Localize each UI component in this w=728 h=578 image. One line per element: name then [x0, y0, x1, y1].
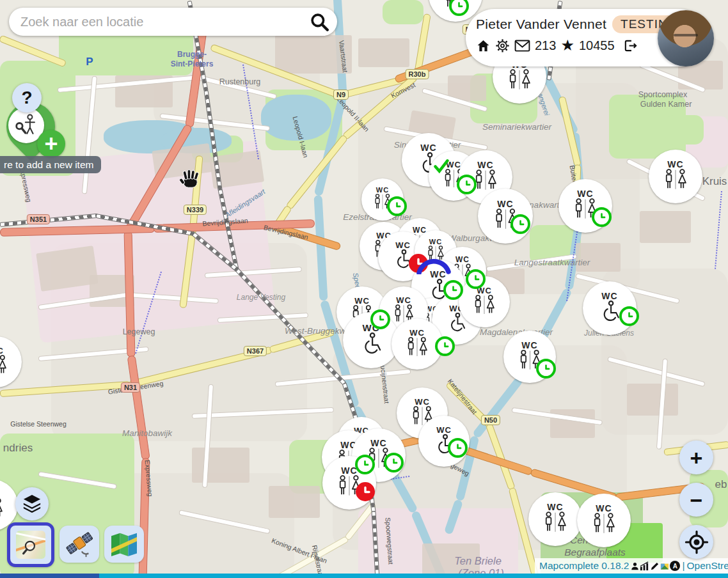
home-icon[interactable] [476, 38, 491, 53]
avatar-glasses [674, 34, 699, 36]
search-bar [9, 8, 337, 36]
layers-icon [22, 494, 42, 514]
wc-marker-label: WC [601, 292, 617, 301]
wc-marker-toilets[interactable]: WC [577, 494, 631, 547]
gear-icon[interactable] [495, 38, 510, 53]
map-shape [269, 486, 320, 518]
clock-badge-green[interactable] [435, 336, 455, 356]
wc-marker-label: WC [370, 439, 386, 448]
wc-marker-label: WC [477, 160, 493, 169]
bottom-accent-bar [0, 574, 728, 578]
add-item-tooltip: re to add a new item [0, 156, 101, 173]
male-female-icon [404, 337, 431, 360]
user-avatar[interactable] [658, 10, 714, 66]
hand-cursor-icon [180, 169, 201, 196]
osm-link[interactable]: OpenStreetMap [686, 560, 728, 572]
clock-badge-green[interactable] [370, 309, 390, 329]
background-option-osmcarto[interactable] [104, 526, 144, 563]
magnifier-icon [22, 539, 39, 556]
wc-marker-label: WC [376, 187, 389, 194]
changeset-count[interactable]: 10455 [579, 38, 615, 53]
map-shape [358, 38, 409, 67]
mapcomplete-app: PBrugge-Sint-PietersRustenburgSint-Gilli… [0, 0, 728, 578]
geolocate-button[interactable] [679, 525, 713, 559]
wc-marker-label: WC [0, 347, 4, 355]
map-shape [627, 384, 678, 416]
map-shape [261, 95, 331, 141]
wc-marker-label: WC [436, 426, 452, 434]
background-chooser [10, 526, 144, 567]
map-shape [422, 543, 480, 575]
clock-badge-green[interactable] [355, 455, 375, 474]
clock-badge-green[interactable] [387, 196, 407, 216]
map-shape [640, 211, 691, 243]
pencil-icon[interactable] [650, 561, 660, 571]
male-female-icon [0, 355, 10, 378]
zoom-in-button[interactable]: + [679, 441, 713, 474]
wc-marker-label: WC [395, 241, 411, 249]
toilet-wrench-icon [13, 113, 39, 138]
theme-flag-icon [660, 562, 669, 571]
user-name[interactable]: Pieter Vander Vennet [476, 17, 606, 32]
clock-badge-green[interactable] [510, 214, 530, 234]
wc-marker-label: WC [521, 341, 537, 350]
logout-icon[interactable] [623, 38, 638, 53]
clock-badge-green[interactable] [536, 359, 556, 379]
clock-badge-green[interactable] [443, 280, 463, 300]
map-canvas[interactable]: PBrugge-Sint-PietersRustenburgSint-Gilli… [0, 0, 728, 578]
wc-marker-toilets[interactable]: WC [0, 336, 22, 387]
map-shape [275, 35, 352, 74]
wc-marker-toilets[interactable]: WC [528, 492, 582, 546]
wheelchair-icon [359, 332, 384, 357]
clock-badge-red[interactable] [356, 482, 375, 501]
app-version[interactable]: Mapcomplete 0.18.2 [539, 560, 629, 572]
male-female-icon [505, 69, 534, 93]
circle-a-icon[interactable]: A [670, 561, 680, 571]
background-option-satellite[interactable] [59, 526, 99, 563]
wc-marker-label: WC [429, 238, 442, 246]
wc-marker-label: WC [455, 256, 470, 263]
check-badge-green [432, 157, 450, 177]
zoom-out-button[interactable]: − [679, 483, 713, 517]
search-input[interactable] [9, 15, 309, 29]
wc-marker-label: WC [596, 504, 612, 513]
wc-marker-label: WC [354, 297, 370, 305]
stats-icon[interactable] [640, 561, 649, 571]
message-count[interactable]: 213 [535, 38, 556, 53]
male-female-icon [590, 513, 618, 537]
clock-badge-green[interactable] [592, 207, 612, 227]
wc-marker-label: WC [667, 160, 683, 169]
clock-badge-green[interactable] [457, 175, 477, 194]
bottom-accent-bar-segment [0, 574, 99, 578]
map-shape [715, 191, 722, 269]
wc-marker-toilets[interactable]: WC [649, 150, 702, 203]
clock-badge-green[interactable] [384, 453, 404, 473]
wc-marker-label: WC [497, 199, 513, 208]
wc-marker-label: WC [547, 503, 563, 512]
star-icon: ★ [560, 38, 574, 53]
map-shape [192, 448, 249, 483]
help-button[interactable]: ? [12, 83, 42, 113]
attribution-icons: A [631, 561, 680, 571]
wc-marker-label: WC [577, 189, 593, 198]
map-shape [665, 115, 704, 144]
wc-marker-label: WC [420, 143, 436, 152]
add-new-item-button[interactable]: + [37, 130, 65, 158]
wc-marker-label: WC [396, 296, 411, 304]
clock-badge-green[interactable] [619, 306, 639, 326]
clock-badge-green[interactable] [449, 0, 469, 16]
selected-location-arc [415, 251, 452, 277]
attribution-bar: Mapcomplete 0.18.2 A | OpenStreetMap [535, 558, 728, 574]
folded-map-icon [110, 531, 138, 557]
clock-badge-green[interactable] [448, 438, 468, 458]
wc-marker-label: WC [409, 329, 425, 337]
background-option-map[interactable] [7, 522, 54, 567]
user-stat-icon[interactable] [631, 561, 639, 571]
mail-icon[interactable] [514, 40, 530, 52]
clock-badge-green[interactable] [466, 269, 486, 289]
wheelchair-icon [598, 301, 622, 325]
map-shape [576, 243, 621, 272]
layers-button[interactable] [15, 487, 49, 520]
search-icon[interactable] [309, 12, 329, 32]
crosshair-icon [683, 529, 710, 556]
